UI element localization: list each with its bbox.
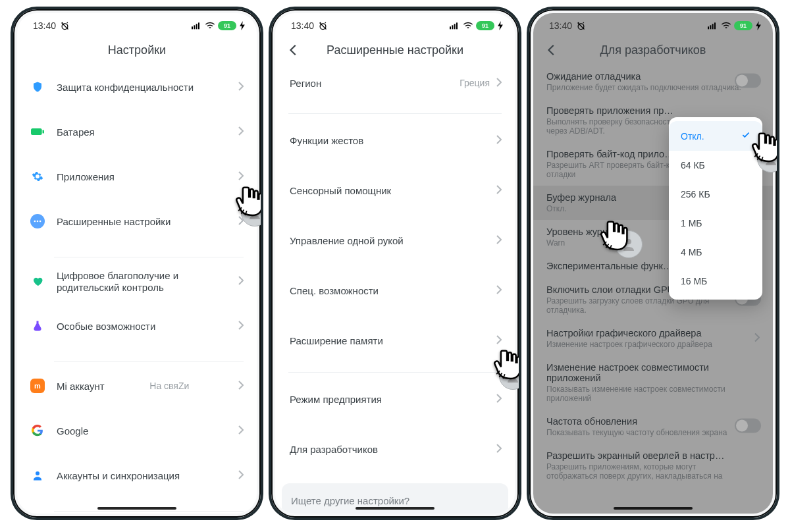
dropdown-option[interactable]: 16 МБ bbox=[669, 267, 762, 296]
region-value: Греция bbox=[460, 78, 490, 88]
row-расширение-памяти[interactable]: Расширение памяти bbox=[275, 315, 515, 365]
page-header: Для разработчиков bbox=[533, 36, 773, 65]
svg-rect-4 bbox=[198, 22, 199, 29]
wifi-icon bbox=[463, 22, 473, 30]
svg-rect-1 bbox=[192, 26, 193, 29]
phone-advanced-settings: 13:40 91 Расширенные настройки Регион Гр… bbox=[269, 7, 521, 520]
svg-rect-20 bbox=[710, 25, 711, 29]
row-label: Mi аккаунт bbox=[57, 381, 105, 392]
chevron-right-icon bbox=[496, 335, 502, 346]
option-label: 4 МБ bbox=[681, 247, 702, 257]
svg-point-11 bbox=[252, 207, 257, 213]
row-advanced[interactable]: Расширенные настройки bbox=[17, 199, 257, 244]
footer-question: Ищете другие настройки? bbox=[291, 495, 499, 506]
row-спец.-возможности[interactable]: Спец. возможности bbox=[275, 265, 515, 315]
row-для-разработчиков[interactable]: Для разработчиков bbox=[275, 424, 515, 474]
row-label: Цифровое благополучие и bbox=[57, 270, 178, 281]
row-google[interactable]: Google bbox=[17, 408, 257, 453]
home-indicator[interactable] bbox=[614, 507, 693, 510]
svg-point-17 bbox=[510, 371, 515, 376]
dropdown-option[interactable]: 64 КБ bbox=[669, 151, 762, 180]
dropdown-option[interactable]: 1 МБ bbox=[669, 209, 762, 238]
suggestion-link[interactable]: Резервирование и восстановление bbox=[291, 513, 499, 514]
row-label: Приложения bbox=[57, 171, 115, 182]
google-logo-icon bbox=[30, 423, 45, 438]
svg-rect-6 bbox=[43, 130, 45, 134]
row-label: Особые возможности bbox=[57, 321, 155, 332]
charge-bolt-icon bbox=[240, 21, 245, 30]
shield-icon bbox=[30, 80, 45, 94]
option-label: 1 МБ bbox=[681, 218, 702, 228]
status-bar: 13:40 91 bbox=[275, 13, 515, 36]
row-label: Расширение памяти bbox=[290, 335, 383, 346]
page-header: Расширенные настройки bbox=[275, 36, 515, 65]
charge-bolt-icon bbox=[756, 21, 761, 30]
status-time: 13:40 bbox=[549, 20, 572, 31]
svg-rect-16 bbox=[456, 22, 458, 29]
alarm-off-icon bbox=[576, 21, 586, 31]
row-mi-account[interactable]: m Mi аккаунт На свяZи bbox=[17, 363, 257, 408]
chevron-right-icon bbox=[238, 381, 244, 392]
status-bar: 13:40 91 bbox=[17, 13, 257, 36]
row-label: Управление одной рукой bbox=[290, 235, 404, 246]
home-indicator[interactable] bbox=[356, 507, 434, 510]
row-privacy-protection[interactable]: Защита конфиденциальности bbox=[17, 65, 257, 109]
option-label: 16 МБ bbox=[681, 276, 707, 286]
status-bar: 13:40 91 bbox=[533, 13, 773, 36]
row-режим-предприятия[interactable]: Режим предприятия bbox=[275, 374, 515, 424]
charge-bolt-icon bbox=[498, 21, 503, 30]
dropdown-option[interactable]: 256 КБ bbox=[669, 180, 762, 209]
row-сенсорный-помощник[interactable]: Сенсорный помощник bbox=[275, 165, 515, 215]
dropdown-option[interactable]: 4 МБ bbox=[669, 238, 762, 267]
row-apps[interactable]: Приложения bbox=[17, 154, 257, 199]
ellipsis-icon bbox=[30, 214, 45, 228]
row-region[interactable]: Регион Греция bbox=[275, 65, 515, 109]
chevron-right-icon bbox=[238, 171, 244, 182]
avatar-circle bbox=[757, 145, 779, 173]
svg-point-23 bbox=[626, 239, 631, 244]
signal-icon bbox=[708, 22, 718, 30]
check-icon bbox=[741, 130, 750, 142]
signal-icon bbox=[450, 22, 460, 30]
svg-rect-13 bbox=[450, 26, 451, 29]
back-button[interactable] bbox=[542, 41, 561, 59]
row-label2: родительский контроль bbox=[57, 282, 178, 293]
chevron-right-icon bbox=[238, 276, 244, 287]
buffer-size-dropdown: Откл.64 КБ256 КБ1 МБ4 МБ16 МБ bbox=[669, 117, 762, 300]
option-label: Откл. bbox=[681, 131, 704, 142]
status-time: 13:40 bbox=[33, 20, 56, 31]
row-note: На свяZи bbox=[149, 381, 189, 391]
svg-rect-15 bbox=[454, 24, 456, 29]
row-управление-одной-рукой[interactable]: Управление одной рукой bbox=[275, 215, 515, 265]
svg-point-10 bbox=[36, 471, 40, 475]
chevron-right-icon bbox=[496, 185, 502, 196]
svg-point-8 bbox=[37, 221, 39, 223]
row-wellbeing[interactable]: Цифровое благополучие и родительский кон… bbox=[17, 259, 257, 304]
row-privacy[interactable]: Конфиденциальность bbox=[17, 513, 257, 514]
avatar-circle bbox=[499, 362, 521, 390]
row-label: Спец. возможности bbox=[290, 285, 379, 296]
battery-solid-icon bbox=[30, 124, 45, 139]
home-indicator[interactable] bbox=[97, 507, 176, 510]
back-button[interactable] bbox=[284, 41, 303, 59]
chevron-right-icon bbox=[238, 82, 244, 93]
svg-rect-3 bbox=[196, 24, 198, 29]
gear-icon bbox=[30, 169, 45, 184]
row-label: Google bbox=[57, 425, 88, 437]
row-label: Сенсорный помощник bbox=[290, 185, 391, 196]
avatar-circle bbox=[241, 199, 263, 226]
dropdown-option[interactable]: Откл. bbox=[669, 121, 762, 151]
heart-icon bbox=[30, 274, 45, 288]
chevron-right-icon bbox=[238, 321, 244, 332]
row-accounts-sync[interactable]: Аккаунты и синхронизация bbox=[17, 453, 257, 498]
row-battery[interactable]: Батарея bbox=[17, 109, 257, 154]
svg-point-9 bbox=[40, 221, 41, 223]
avatar-circle bbox=[615, 230, 643, 258]
option-label: 64 КБ bbox=[681, 160, 705, 171]
svg-point-7 bbox=[34, 221, 36, 223]
row-функции-жестов[interactable]: Функции жестов bbox=[275, 115, 515, 165]
chevron-right-icon bbox=[496, 285, 502, 296]
svg-point-24 bbox=[768, 153, 774, 159]
row-special[interactable]: Особые возможности bbox=[17, 304, 257, 348]
chevron-right-icon bbox=[496, 235, 502, 246]
